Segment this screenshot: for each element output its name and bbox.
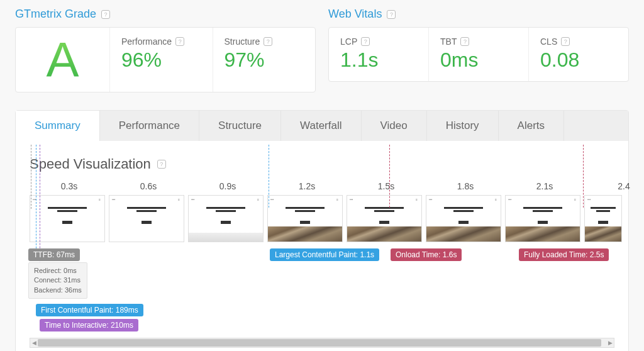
marker-lcp[interactable]: Largest Contentful Paint: 1.1s	[270, 248, 379, 261]
help-icon[interactable]: ?	[175, 37, 184, 46]
help-icon[interactable]: ?	[101, 10, 110, 19]
scroll-left-icon[interactable]: ◀	[30, 338, 38, 347]
report-tabs-panel: Summary Performance Structure Waterfall …	[15, 110, 629, 351]
structure-label: Structure	[225, 36, 260, 47]
structure-value: 97%	[225, 49, 304, 71]
timestamp: 0.3s	[30, 181, 109, 195]
marker-lcp-line	[269, 145, 269, 208]
tbt-value: 0ms	[440, 49, 517, 71]
ttfb-backend: Backend: 36ms	[34, 286, 82, 295]
speed-vis-title-text: Speed Visualization	[30, 156, 151, 172]
help-icon[interactable]: ?	[460, 37, 469, 46]
ttfb-connect: Connect: 31ms	[34, 276, 82, 285]
performance-value: 96%	[121, 49, 201, 71]
tab-summary[interactable]: Summary	[16, 111, 100, 141]
timeline-header: 0.3s 0.6s 0.9s 1.2s 1.5s 1.8s 2.1s 2.4	[30, 181, 614, 195]
marker-ttfb-line	[31, 145, 31, 209]
filmstrip-frame: •••≡	[505, 195, 580, 242]
structure-metric: Structure ? 97%	[213, 28, 316, 92]
lcp-value: 1.1s	[340, 49, 417, 71]
filmstrip-frame: •••≡	[109, 195, 184, 242]
tab-structure[interactable]: Structure	[199, 111, 281, 141]
cls-metric: CLS ? 0.08	[529, 28, 628, 81]
tab-alerts[interactable]: Alerts	[499, 111, 564, 141]
timestamp: 2.1s	[505, 181, 584, 195]
performance-label: Performance	[121, 36, 172, 47]
tab-history[interactable]: History	[427, 111, 499, 141]
cls-value: 0.08	[540, 49, 617, 71]
marker-fully[interactable]: Fully Loaded Time: 2.5s	[519, 248, 609, 261]
timestamp: 0.9s	[188, 181, 267, 195]
timestamp: 1.2s	[267, 181, 347, 195]
tab-performance[interactable]: Performance	[100, 111, 199, 141]
help-icon[interactable]: ?	[561, 37, 570, 46]
vitals-title: Web Vitals ?	[328, 8, 629, 21]
horizontal-scrollbar[interactable]: ◀ ▶	[30, 338, 614, 348]
marker-onload-line	[389, 145, 390, 208]
help-icon[interactable]: ?	[264, 37, 272, 46]
grade-letter-box: A	[16, 28, 110, 92]
performance-metric: Performance ? 96%	[110, 28, 213, 92]
vitals-section: Web Vitals ? LCP ? 1.1s TBT ? 0ms CLS	[328, 8, 629, 92]
ttfb-detail-box: Redirect: 0ms Connect: 31ms Backend: 36m…	[28, 262, 87, 299]
grade-title-text: GTmetrix Grade	[15, 8, 96, 21]
grade-section: GTmetrix Grade ? A Performance ? 96% Str…	[15, 8, 316, 92]
grade-letter: A	[46, 35, 79, 84]
grade-title: GTmetrix Grade ?	[15, 8, 316, 21]
tbt-label: TBT	[440, 36, 457, 47]
filmstrip: •••≡ •••≡	[30, 195, 614, 333]
marker-onload[interactable]: Onload Time: 1.6s	[391, 248, 462, 261]
help-icon[interactable]: ?	[157, 160, 166, 169]
filmstrip-frame: •••≡	[347, 195, 422, 242]
timestamp: 0.6s	[109, 181, 188, 195]
lcp-label: LCP	[340, 36, 357, 47]
filmstrip-frame: •••≡	[30, 195, 105, 242]
marker-ttfb[interactable]: TTFB: 67ms	[28, 248, 80, 261]
cls-label: CLS	[540, 36, 557, 47]
timestamp: 1.8s	[426, 181, 505, 195]
summary-content: Speed Visualization ? 0.3s 0.6s 0.9s 1.2…	[16, 141, 628, 351]
marker-fcp-line	[36, 145, 36, 258]
scrollbar-thumb[interactable]	[38, 339, 601, 347]
tbt-metric: TBT ? 0ms	[429, 28, 529, 81]
ttfb-redirect: Redirect: 0ms	[34, 266, 82, 276]
filmstrip-frame: •••	[584, 195, 622, 242]
filmstrip-frame: •••≡	[426, 195, 501, 242]
report-tabs: Summary Performance Structure Waterfall …	[16, 111, 628, 141]
scroll-right-icon[interactable]: ▶	[606, 338, 614, 347]
filmstrip-frame: •••≡	[188, 195, 264, 242]
marker-fully-line	[583, 145, 584, 208]
tab-waterfall[interactable]: Waterfall	[281, 111, 361, 141]
filmstrip-frame: •••≡	[267, 195, 343, 242]
timestamp: 2.4	[584, 181, 644, 195]
marker-tti[interactable]: Time to Interactive: 210ms	[40, 319, 138, 332]
help-icon[interactable]: ?	[387, 10, 396, 19]
tab-video[interactable]: Video	[362, 111, 427, 141]
help-icon[interactable]: ?	[361, 37, 370, 46]
lcp-metric: LCP ? 1.1s	[329, 28, 429, 81]
speed-vis-title: Speed Visualization ?	[30, 156, 614, 172]
timestamp: 1.5s	[347, 181, 426, 195]
vitals-title-text: Web Vitals	[328, 8, 382, 21]
marker-fcp[interactable]: First Contentful Paint: 189ms	[36, 304, 143, 316]
